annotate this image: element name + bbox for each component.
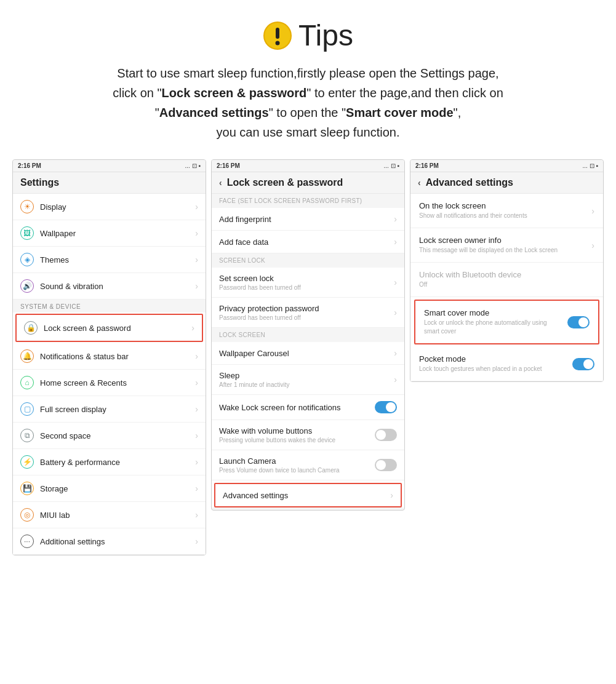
settings-item-additional[interactable]: ··· Additional settings › <box>13 528 206 555</box>
screen3-signal: ... ⊡ ▪ <box>583 162 598 169</box>
home-icon: ⌂ <box>20 376 34 389</box>
miui-icon: ◎ <box>20 508 34 522</box>
screen2-signal: ... ⊡ ▪ <box>384 162 399 169</box>
desc-line4: you can use smart sleep function. <box>217 125 400 139</box>
lock-owner-sub: This message will be displayed on the Lo… <box>419 246 558 255</box>
launch-camera-item[interactable]: Launch Camera Press Volume down twice to… <box>212 450 404 480</box>
wake-lock-notifications-label: Wake Lock screen for notifications <box>219 403 341 412</box>
pocket-mode-toggle[interactable] <box>572 358 594 370</box>
smart-cover-item[interactable]: Smart cover mode Lock or unlock the phon… <box>414 300 599 344</box>
settings-item-display[interactable]: ☀ Display › <box>13 194 206 220</box>
set-screen-lock-item[interactable]: Set screen lock Password has been turned… <box>212 268 404 298</box>
battery-arrow: › <box>195 457 198 467</box>
settings-item-home[interactable]: ⌂ Home screen & Recents › <box>13 370 206 396</box>
tips-exclamation-icon <box>263 21 292 50</box>
second-icon: ⧉ <box>20 429 34 442</box>
battery-icon: ⚡ <box>20 455 34 469</box>
desc-bold3: Smart cover mode <box>346 106 454 119</box>
add-fingerprint-label: Add fingerprint <box>219 215 271 224</box>
screen2-back-arrow[interactable]: ‹ <box>219 178 222 188</box>
settings-item-lock[interactable]: 🔒 Lock screen & password › <box>15 314 203 342</box>
sleep-item[interactable]: Sleep After 1 minute of inactivity › <box>212 365 404 395</box>
settings-item-notifications[interactable]: 🔔 Notifications & status bar › <box>13 343 206 370</box>
on-lock-screen-label: On the lock screen <box>419 201 527 210</box>
screen3-back-arrow[interactable]: ‹ <box>418 178 421 188</box>
screen2-list: FACE (SET LOCK SCREEN PASSWORD FIRST) Ad… <box>212 194 404 507</box>
themes-arrow: › <box>195 255 198 264</box>
add-face-label: Add face data <box>219 237 268 247</box>
wake-volume-toggle[interactable] <box>375 429 397 441</box>
sleep-label: Sleep <box>219 371 290 380</box>
settings-item-sound[interactable]: 🔊 Sound & vibration › <box>13 273 206 300</box>
settings-item-fullscreen[interactable]: ▢ Full screen display › <box>13 396 206 423</box>
add-fingerprint-item[interactable]: Add fingerprint › <box>212 208 404 231</box>
additional-arrow: › <box>195 536 198 546</box>
settings-item-storage[interactable]: 💾 Storage › <box>13 475 206 502</box>
settings-item-battery[interactable]: ⚡ Battery & performance › <box>13 449 206 475</box>
lock-owner-arrow: › <box>591 241 594 250</box>
advanced-settings-arrow: › <box>390 490 393 500</box>
svg-rect-1 <box>276 28 279 39</box>
set-screen-lock-label: Set screen lock <box>219 274 301 283</box>
launch-camera-sub: Press Volume down twice to launch Camera <box>219 467 340 474</box>
miui-label: MIUI lab <box>40 511 189 520</box>
display-arrow: › <box>195 202 198 212</box>
wake-volume-item[interactable]: Wake with volume buttons Pressing volume… <box>212 420 404 450</box>
fullscreen-label: Full screen display <box>40 405 189 414</box>
desc-bold2: Advanced settings <box>159 106 269 119</box>
lock-arrow: › <box>191 323 194 333</box>
settings-item-themes[interactable]: ◈ Themes › <box>13 247 206 273</box>
screen3-title: Advanced settings <box>426 177 513 188</box>
wake-lock-toggle[interactable] <box>375 401 397 413</box>
themes-icon: ◈ <box>20 253 34 266</box>
settings-item-miui[interactable]: ◎ MIUI lab › <box>13 502 206 528</box>
add-face-arrow: › <box>394 237 397 247</box>
wallpaper-icon: 🖼 <box>20 226 34 240</box>
wallpaper-carousel-arrow: › <box>394 348 397 358</box>
battery-label: Battery & performance <box>40 458 189 467</box>
smart-cover-label: Smart cover mode <box>424 308 561 317</box>
screen3-list: On the lock screen Show all notification… <box>410 194 603 381</box>
screen-lock-section: SCREEN LOCK <box>212 253 404 268</box>
face-section: FACE (SET LOCK SCREEN PASSWORD FIRST) <box>212 194 404 208</box>
add-face-item[interactable]: Add face data › <box>212 231 404 253</box>
wake-lock-notifications-item[interactable]: Wake Lock screen for notifications <box>212 395 404 420</box>
lock-owner-info-item[interactable]: Lock screen owner info This message will… <box>410 228 603 263</box>
sound-arrow: › <box>195 281 198 291</box>
additional-icon: ··· <box>20 535 34 548</box>
home-label: Home screen & Recents <box>40 378 189 388</box>
sleep-sub: After 1 minute of inactivity <box>219 381 290 388</box>
screen1-list: ☀ Display › 🖼 Wallpaper › ◈ <box>13 194 206 555</box>
svg-point-2 <box>276 41 280 45</box>
settings-item-second[interactable]: ⧉ Second space › <box>13 423 206 449</box>
set-screen-lock-arrow: › <box>394 277 397 287</box>
sound-label: Sound & vibration <box>40 282 189 291</box>
smart-cover-toggle[interactable] <box>567 316 590 328</box>
wallpaper-label: Wallpaper <box>40 229 189 238</box>
wallpaper-carousel-item[interactable]: Wallpaper Carousel › <box>212 342 404 365</box>
lock-icon: 🔒 <box>24 321 38 335</box>
screen2-title-bar: ‹ Lock screen & password <box>212 172 404 194</box>
display-icon: ☀ <box>20 200 34 213</box>
screen3-status-bar: 2:16 PM ... ⊡ ▪ <box>410 160 603 172</box>
second-label: Second space <box>40 431 189 440</box>
pocket-mode-item[interactable]: Pocket mode Lock touch gestures when pla… <box>410 347 603 381</box>
screen2-time: 2:16 PM <box>217 162 240 169</box>
settings-item-wallpaper[interactable]: 🖼 Wallpaper › <box>13 220 206 247</box>
privacy-password-sub: Password has been turned off <box>219 314 319 321</box>
notifications-arrow: › <box>195 351 198 361</box>
advanced-settings-item[interactable]: Advanced settings › <box>214 483 402 507</box>
storage-arrow: › <box>195 483 198 493</box>
fullscreen-icon: ▢ <box>20 402 34 416</box>
themes-label: Themes <box>40 255 189 264</box>
privacy-password-label: Privacy protection password <box>219 304 319 313</box>
screen1-status-bar: 2:16 PM ... ⊡ ▪ <box>13 160 206 172</box>
lock-screen-section: LOCK SCREEN <box>212 328 404 342</box>
tips-header: Tips <box>12 18 604 52</box>
on-lock-screen-item[interactable]: On the lock screen Show all notification… <box>410 194 603 228</box>
lock-label: Lock screen & password <box>44 324 185 333</box>
privacy-password-item[interactable]: Privacy protection password Password has… <box>212 298 404 328</box>
launch-camera-toggle[interactable] <box>375 459 397 471</box>
wallpaper-carousel-label: Wallpaper Carousel <box>219 349 289 358</box>
notifications-label: Notifications & status bar <box>40 352 189 361</box>
